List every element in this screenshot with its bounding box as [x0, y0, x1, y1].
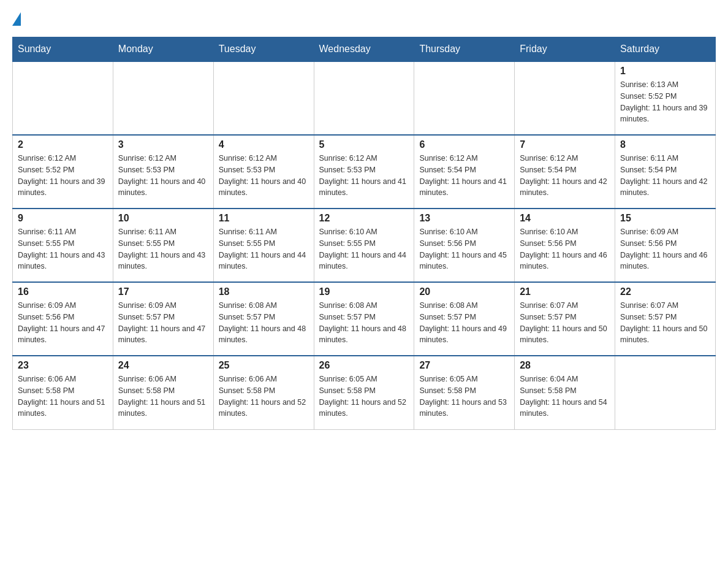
logo	[12, 12, 21, 27]
day-info: Sunrise: 6:12 AMSunset: 5:53 PMDaylight:…	[118, 153, 208, 199]
calendar-cell: 14Sunrise: 6:10 AMSunset: 5:56 PMDayligh…	[515, 209, 615, 282]
day-number: 16	[18, 286, 108, 297]
day-info: Sunrise: 6:13 AMSunset: 5:52 PMDaylight:…	[620, 79, 710, 125]
calendar-cell: 23Sunrise: 6:06 AMSunset: 5:58 PMDayligh…	[13, 356, 113, 429]
calendar-cell: 6Sunrise: 6:12 AMSunset: 5:54 PMDaylight…	[414, 135, 515, 209]
calendar-cell: 21Sunrise: 6:07 AMSunset: 5:57 PMDayligh…	[515, 282, 615, 356]
day-number: 2	[18, 139, 108, 150]
calendar-day-header: Tuesday	[213, 37, 314, 62]
calendar-cell: 4Sunrise: 6:12 AMSunset: 5:53 PMDaylight…	[213, 135, 314, 209]
day-info: Sunrise: 6:07 AMSunset: 5:57 PMDaylight:…	[520, 300, 610, 346]
day-number: 24	[118, 360, 208, 371]
day-info: Sunrise: 6:05 AMSunset: 5:58 PMDaylight:…	[419, 373, 509, 419]
day-number: 15	[620, 213, 710, 224]
calendar-cell: 13Sunrise: 6:10 AMSunset: 5:56 PMDayligh…	[414, 209, 515, 282]
calendar-cell	[515, 61, 615, 135]
day-info: Sunrise: 6:05 AMSunset: 5:58 PMDaylight:…	[319, 373, 409, 419]
day-info: Sunrise: 6:08 AMSunset: 5:57 PMDaylight:…	[219, 300, 309, 346]
calendar-cell: 17Sunrise: 6:09 AMSunset: 5:57 PMDayligh…	[113, 282, 213, 356]
day-number: 28	[520, 360, 610, 371]
calendar-cell	[314, 61, 414, 135]
day-number: 20	[419, 286, 509, 297]
calendar-day-header: Saturday	[615, 37, 716, 62]
calendar-cell	[213, 61, 314, 135]
day-number: 11	[219, 213, 309, 224]
calendar-cell: 7Sunrise: 6:12 AMSunset: 5:54 PMDaylight…	[515, 135, 615, 209]
day-info: Sunrise: 6:10 AMSunset: 5:56 PMDaylight:…	[520, 226, 610, 272]
calendar-cell: 3Sunrise: 6:12 AMSunset: 5:53 PMDaylight…	[113, 135, 213, 209]
calendar-cell: 1Sunrise: 6:13 AMSunset: 5:52 PMDaylight…	[615, 61, 716, 135]
day-info: Sunrise: 6:09 AMSunset: 5:57 PMDaylight:…	[118, 300, 208, 346]
logo-triangle-icon	[12, 12, 21, 26]
calendar-cell: 25Sunrise: 6:06 AMSunset: 5:58 PMDayligh…	[213, 356, 314, 429]
day-info: Sunrise: 6:11 AMSunset: 5:54 PMDaylight:…	[620, 153, 710, 199]
day-number: 25	[219, 360, 309, 371]
calendar-cell	[414, 61, 515, 135]
calendar-cell	[615, 356, 716, 429]
day-info: Sunrise: 6:12 AMSunset: 5:54 PMDaylight:…	[520, 153, 610, 199]
day-info: Sunrise: 6:09 AMSunset: 5:56 PMDaylight:…	[18, 300, 108, 346]
day-info: Sunrise: 6:08 AMSunset: 5:57 PMDaylight:…	[319, 300, 409, 346]
day-info: Sunrise: 6:10 AMSunset: 5:56 PMDaylight:…	[419, 226, 509, 272]
day-number: 9	[18, 213, 108, 224]
day-number: 8	[620, 139, 710, 150]
day-number: 14	[520, 213, 610, 224]
calendar-cell: 24Sunrise: 6:06 AMSunset: 5:58 PMDayligh…	[113, 356, 213, 429]
calendar-cell: 15Sunrise: 6:09 AMSunset: 5:56 PMDayligh…	[615, 209, 716, 282]
day-number: 19	[319, 286, 409, 297]
day-info: Sunrise: 6:06 AMSunset: 5:58 PMDaylight:…	[118, 373, 208, 419]
day-number: 12	[319, 213, 409, 224]
calendar-header-row: SundayMondayTuesdayWednesdayThursdayFrid…	[13, 37, 716, 62]
day-info: Sunrise: 6:08 AMSunset: 5:57 PMDaylight:…	[419, 300, 509, 346]
day-info: Sunrise: 6:12 AMSunset: 5:52 PMDaylight:…	[18, 153, 108, 199]
day-number: 23	[18, 360, 108, 371]
day-number: 3	[118, 139, 208, 150]
calendar-week-row: 2Sunrise: 6:12 AMSunset: 5:52 PMDaylight…	[13, 135, 716, 209]
calendar-cell	[113, 61, 213, 135]
day-info: Sunrise: 6:12 AMSunset: 5:53 PMDaylight:…	[219, 153, 309, 199]
calendar-day-header: Monday	[113, 37, 213, 62]
calendar-cell: 19Sunrise: 6:08 AMSunset: 5:57 PMDayligh…	[314, 282, 414, 356]
calendar-cell: 2Sunrise: 6:12 AMSunset: 5:52 PMDaylight…	[13, 135, 113, 209]
day-number: 6	[419, 139, 509, 150]
calendar-cell: 26Sunrise: 6:05 AMSunset: 5:58 PMDayligh…	[314, 356, 414, 429]
calendar-cell: 22Sunrise: 6:07 AMSunset: 5:57 PMDayligh…	[615, 282, 716, 356]
calendar-cell: 12Sunrise: 6:10 AMSunset: 5:55 PMDayligh…	[314, 209, 414, 282]
day-info: Sunrise: 6:04 AMSunset: 5:58 PMDaylight:…	[520, 373, 610, 419]
day-info: Sunrise: 6:12 AMSunset: 5:54 PMDaylight:…	[419, 153, 509, 199]
day-number: 27	[419, 360, 509, 371]
calendar-week-row: 9Sunrise: 6:11 AMSunset: 5:55 PMDaylight…	[13, 209, 716, 282]
day-info: Sunrise: 6:12 AMSunset: 5:53 PMDaylight:…	[319, 153, 409, 199]
calendar-cell: 5Sunrise: 6:12 AMSunset: 5:53 PMDaylight…	[314, 135, 414, 209]
day-info: Sunrise: 6:06 AMSunset: 5:58 PMDaylight:…	[219, 373, 309, 419]
calendar-cell: 8Sunrise: 6:11 AMSunset: 5:54 PMDaylight…	[615, 135, 716, 209]
calendar-cell: 20Sunrise: 6:08 AMSunset: 5:57 PMDayligh…	[414, 282, 515, 356]
calendar-day-header: Friday	[515, 37, 615, 62]
calendar-cell: 16Sunrise: 6:09 AMSunset: 5:56 PMDayligh…	[13, 282, 113, 356]
calendar-cell	[13, 61, 113, 135]
day-number: 7	[520, 139, 610, 150]
calendar-cell: 28Sunrise: 6:04 AMSunset: 5:58 PMDayligh…	[515, 356, 615, 429]
day-info: Sunrise: 6:11 AMSunset: 5:55 PMDaylight:…	[18, 226, 108, 272]
calendar-cell: 11Sunrise: 6:11 AMSunset: 5:55 PMDayligh…	[213, 209, 314, 282]
day-info: Sunrise: 6:06 AMSunset: 5:58 PMDaylight:…	[18, 373, 108, 419]
day-number: 26	[319, 360, 409, 371]
day-info: Sunrise: 6:11 AMSunset: 5:55 PMDaylight:…	[118, 226, 208, 272]
calendar-cell: 9Sunrise: 6:11 AMSunset: 5:55 PMDaylight…	[13, 209, 113, 282]
calendar-day-header: Sunday	[13, 37, 113, 62]
day-number: 22	[620, 286, 710, 297]
calendar-week-row: 1Sunrise: 6:13 AMSunset: 5:52 PMDaylight…	[13, 61, 716, 135]
page-header	[12, 12, 716, 27]
calendar-cell: 10Sunrise: 6:11 AMSunset: 5:55 PMDayligh…	[113, 209, 213, 282]
day-number: 4	[219, 139, 309, 150]
day-info: Sunrise: 6:09 AMSunset: 5:56 PMDaylight:…	[620, 226, 710, 272]
day-number: 5	[319, 139, 409, 150]
day-number: 17	[118, 286, 208, 297]
day-number: 21	[520, 286, 610, 297]
calendar-cell: 18Sunrise: 6:08 AMSunset: 5:57 PMDayligh…	[213, 282, 314, 356]
day-info: Sunrise: 6:10 AMSunset: 5:55 PMDaylight:…	[319, 226, 409, 272]
day-number: 1	[620, 66, 710, 77]
day-number: 18	[219, 286, 309, 297]
day-number: 13	[419, 213, 509, 224]
calendar-week-row: 16Sunrise: 6:09 AMSunset: 5:56 PMDayligh…	[13, 282, 716, 356]
